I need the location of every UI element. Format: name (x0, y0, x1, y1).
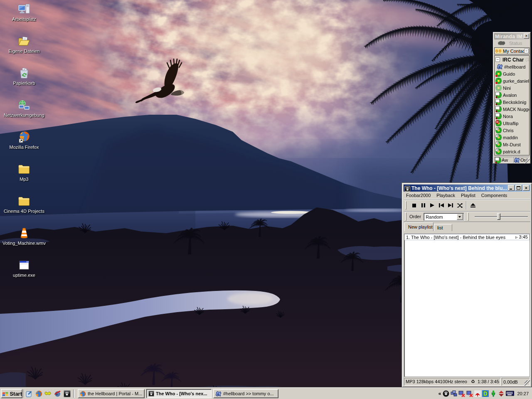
svg-text:a: a (217, 392, 219, 396)
svg-text:a: a (498, 65, 500, 69)
svg-text:a: a (515, 158, 517, 162)
